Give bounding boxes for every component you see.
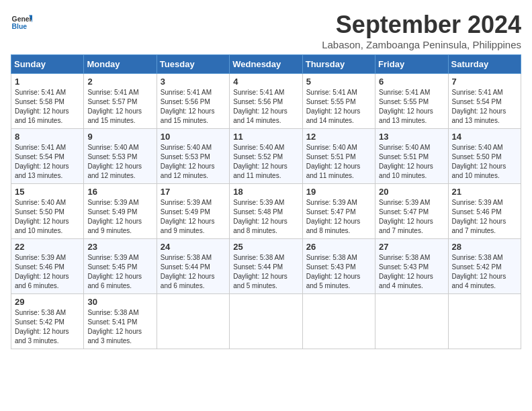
logo: General Blue <box>11 11 32 32</box>
calendar-cell: 24Sunrise: 5:38 AMSunset: 5:44 PMDayligh… <box>157 239 229 294</box>
calendar-cell: 16Sunrise: 5:39 AMSunset: 5:49 PMDayligh… <box>84 184 157 239</box>
day-number: 30 <box>87 297 152 307</box>
day-info: Sunrise: 5:38 AMSunset: 5:41 PMDaylight:… <box>87 308 152 346</box>
day-number: 28 <box>452 242 517 252</box>
day-number: 22 <box>15 242 80 252</box>
week-row-4: 22Sunrise: 5:39 AMSunset: 5:46 PMDayligh… <box>11 239 521 294</box>
day-number: 17 <box>161 187 226 197</box>
week-row-5: 29Sunrise: 5:38 AMSunset: 5:42 PMDayligh… <box>11 294 521 349</box>
logo-icon: General Blue <box>11 11 32 32</box>
calendar-cell: 28Sunrise: 5:38 AMSunset: 5:42 PMDayligh… <box>448 239 521 294</box>
title-area: September 2024 Labason, Zamboanga Penins… <box>322 11 521 50</box>
day-info: Sunrise: 5:41 AMSunset: 5:58 PMDaylight:… <box>15 88 80 126</box>
calendar-cell: 17Sunrise: 5:39 AMSunset: 5:49 PMDayligh… <box>157 184 229 239</box>
day-number: 4 <box>233 77 298 87</box>
day-info: Sunrise: 5:41 AMSunset: 5:54 PMDaylight:… <box>452 88 517 126</box>
day-info: Sunrise: 5:39 AMSunset: 5:45 PMDaylight:… <box>87 253 152 291</box>
day-info: Sunrise: 5:39 AMSunset: 5:46 PMDaylight:… <box>452 198 517 236</box>
calendar-cell: 2Sunrise: 5:41 AMSunset: 5:57 PMDaylight… <box>84 74 157 129</box>
day-info: Sunrise: 5:41 AMSunset: 5:54 PMDaylight:… <box>15 143 80 181</box>
month-title: September 2024 <box>322 11 521 39</box>
calendar-cell <box>375 294 448 349</box>
calendar-cell: 25Sunrise: 5:38 AMSunset: 5:44 PMDayligh… <box>230 239 302 294</box>
day-number: 23 <box>87 242 152 252</box>
col-header-friday: Friday <box>375 55 448 74</box>
day-number: 20 <box>379 187 444 197</box>
day-info: Sunrise: 5:38 AMSunset: 5:43 PMDaylight:… <box>379 253 444 291</box>
day-info: Sunrise: 5:38 AMSunset: 5:42 PMDaylight:… <box>452 253 517 291</box>
day-number: 3 <box>161 77 226 87</box>
day-info: Sunrise: 5:38 AMSunset: 5:44 PMDaylight:… <box>161 253 226 291</box>
calendar-cell <box>230 294 302 349</box>
day-number: 10 <box>161 132 226 142</box>
day-number: 5 <box>306 77 371 87</box>
day-info: Sunrise: 5:40 AMSunset: 5:53 PMDaylight:… <box>87 143 152 181</box>
header-row: SundayMondayTuesdayWednesdayThursdayFrid… <box>11 55 521 74</box>
day-number: 1 <box>15 77 80 87</box>
day-info: Sunrise: 5:39 AMSunset: 5:46 PMDaylight:… <box>15 253 80 291</box>
svg-text:Blue: Blue <box>12 23 28 30</box>
calendar-cell: 15Sunrise: 5:40 AMSunset: 5:50 PMDayligh… <box>11 184 84 239</box>
calendar-cell: 3Sunrise: 5:41 AMSunset: 5:56 PMDaylight… <box>157 74 229 129</box>
calendar-cell: 4Sunrise: 5:41 AMSunset: 5:56 PMDaylight… <box>230 74 302 129</box>
calendar-table: SundayMondayTuesdayWednesdayThursdayFrid… <box>11 54 521 349</box>
day-info: Sunrise: 5:40 AMSunset: 5:50 PMDaylight:… <box>15 198 80 236</box>
day-number: 12 <box>306 132 371 142</box>
calendar-cell: 14Sunrise: 5:40 AMSunset: 5:50 PMDayligh… <box>448 129 521 184</box>
calendar-cell: 9Sunrise: 5:40 AMSunset: 5:53 PMDaylight… <box>84 129 157 184</box>
day-info: Sunrise: 5:39 AMSunset: 5:47 PMDaylight:… <box>379 198 444 236</box>
calendar-cell: 20Sunrise: 5:39 AMSunset: 5:47 PMDayligh… <box>375 184 448 239</box>
day-number: 9 <box>87 132 152 142</box>
day-info: Sunrise: 5:40 AMSunset: 5:53 PMDaylight:… <box>161 143 226 181</box>
calendar-cell: 21Sunrise: 5:39 AMSunset: 5:46 PMDayligh… <box>448 184 521 239</box>
calendar-cell <box>157 294 229 349</box>
day-number: 16 <box>87 187 152 197</box>
day-info: Sunrise: 5:38 AMSunset: 5:42 PMDaylight:… <box>15 308 80 346</box>
col-header-saturday: Saturday <box>448 55 521 74</box>
day-info: Sunrise: 5:41 AMSunset: 5:56 PMDaylight:… <box>161 88 226 126</box>
day-info: Sunrise: 5:39 AMSunset: 5:49 PMDaylight:… <box>87 198 152 236</box>
day-info: Sunrise: 5:40 AMSunset: 5:51 PMDaylight:… <box>306 143 371 181</box>
day-number: 21 <box>452 187 517 197</box>
col-header-thursday: Thursday <box>302 55 375 74</box>
calendar-cell: 29Sunrise: 5:38 AMSunset: 5:42 PMDayligh… <box>11 294 84 349</box>
day-number: 13 <box>379 132 444 142</box>
svg-text:General: General <box>12 15 32 23</box>
calendar-cell: 27Sunrise: 5:38 AMSunset: 5:43 PMDayligh… <box>375 239 448 294</box>
calendar-cell: 30Sunrise: 5:38 AMSunset: 5:41 PMDayligh… <box>84 294 157 349</box>
week-row-3: 15Sunrise: 5:40 AMSunset: 5:50 PMDayligh… <box>11 184 521 239</box>
day-number: 19 <box>306 187 371 197</box>
day-number: 29 <box>15 297 80 307</box>
day-info: Sunrise: 5:39 AMSunset: 5:49 PMDaylight:… <box>161 198 226 236</box>
calendar-cell: 1Sunrise: 5:41 AMSunset: 5:58 PMDaylight… <box>11 74 84 129</box>
day-number: 25 <box>233 242 298 252</box>
day-number: 15 <box>15 187 80 197</box>
col-header-tuesday: Tuesday <box>157 55 229 74</box>
calendar-cell: 13Sunrise: 5:40 AMSunset: 5:51 PMDayligh… <box>375 129 448 184</box>
day-info: Sunrise: 5:39 AMSunset: 5:48 PMDaylight:… <box>233 198 298 236</box>
day-info: Sunrise: 5:41 AMSunset: 5:56 PMDaylight:… <box>233 88 298 126</box>
calendar-cell: 26Sunrise: 5:38 AMSunset: 5:43 PMDayligh… <box>302 239 375 294</box>
calendar-cell: 7Sunrise: 5:41 AMSunset: 5:54 PMDaylight… <box>448 74 521 129</box>
day-info: Sunrise: 5:38 AMSunset: 5:43 PMDaylight:… <box>306 253 371 291</box>
day-number: 8 <box>15 132 80 142</box>
calendar-cell <box>448 294 521 349</box>
calendar-cell: 23Sunrise: 5:39 AMSunset: 5:45 PMDayligh… <box>84 239 157 294</box>
day-info: Sunrise: 5:41 AMSunset: 5:57 PMDaylight:… <box>87 88 152 126</box>
day-info: Sunrise: 5:40 AMSunset: 5:52 PMDaylight:… <box>233 143 298 181</box>
page-header: General Blue September 2024 Labason, Zam… <box>11 11 521 50</box>
calendar-cell: 6Sunrise: 5:41 AMSunset: 5:55 PMDaylight… <box>375 74 448 129</box>
location-subtitle: Labason, Zamboanga Peninsula, Philippine… <box>322 39 521 50</box>
day-number: 6 <box>379 77 444 87</box>
week-row-2: 8Sunrise: 5:41 AMSunset: 5:54 PMDaylight… <box>11 129 521 184</box>
week-row-1: 1Sunrise: 5:41 AMSunset: 5:58 PMDaylight… <box>11 74 521 129</box>
day-info: Sunrise: 5:40 AMSunset: 5:51 PMDaylight:… <box>379 143 444 181</box>
calendar-cell: 5Sunrise: 5:41 AMSunset: 5:55 PMDaylight… <box>302 74 375 129</box>
day-number: 14 <box>452 132 517 142</box>
calendar-cell: 22Sunrise: 5:39 AMSunset: 5:46 PMDayligh… <box>11 239 84 294</box>
day-number: 2 <box>87 77 152 87</box>
day-number: 18 <box>233 187 298 197</box>
calendar-cell: 8Sunrise: 5:41 AMSunset: 5:54 PMDaylight… <box>11 129 84 184</box>
calendar-cell: 19Sunrise: 5:39 AMSunset: 5:47 PMDayligh… <box>302 184 375 239</box>
calendar-cell: 11Sunrise: 5:40 AMSunset: 5:52 PMDayligh… <box>230 129 302 184</box>
